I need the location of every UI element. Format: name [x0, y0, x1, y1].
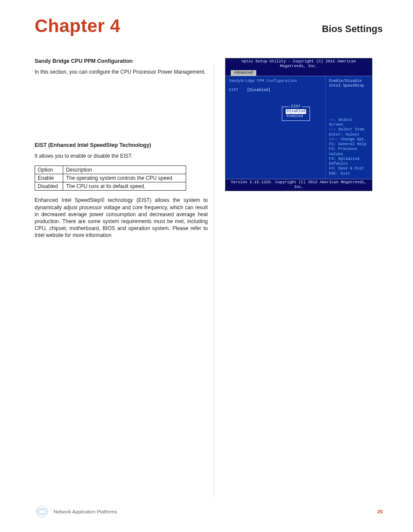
bios-help-line: +/-: Change Opt. [329, 137, 368, 142]
right-column: Aptio Setup Utility – Copyright (C) 2012… [225, 58, 383, 245]
bios-screenshot: Aptio Setup Utility – Copyright (C) 2012… [225, 58, 372, 191]
table-cell: Enable [35, 174, 63, 182]
paragraph-eist-intro: It allows you to enable or disable the E… [35, 152, 208, 159]
bios-help-line: F2: Previous Values [329, 147, 368, 157]
bios-item-label: EIST [229, 88, 239, 93]
globe-logo-icon [35, 504, 49, 519]
heading-eist: EIST (Enhanced Intel SpeedStep Technolog… [35, 142, 208, 148]
bios-help-line: ESC: Exit [329, 172, 368, 176]
table-header-option: Option [35, 166, 63, 174]
bios-help-line: F1: General Help [329, 142, 368, 147]
bios-help-panel: Enable/Disable Intel SpeedStep →←: Selec… [325, 76, 372, 179]
bios-popup-title: EIST [286, 104, 306, 109]
table-row: Option Description [35, 166, 186, 174]
table-cell: Disabled [35, 182, 63, 191]
page-number: 25 [378, 509, 383, 514]
bios-tab-advanced[interactable]: Advanced [231, 70, 256, 76]
bios-help-line: Enter: Select [329, 133, 368, 137]
bios-section-label: Sandybridge PPM Configuration [229, 79, 322, 84]
bios-item-value: [Disabled] [247, 88, 271, 93]
bios-help-line: F3: Optimized Defaults [329, 157, 368, 167]
bios-item-eist[interactable]: EIST [Disabled] [229, 88, 322, 93]
table-cell: The CPU runs at its default speed. [63, 182, 186, 191]
svg-point-2 [39, 509, 45, 515]
bios-title-bar: Aptio Setup Utility – Copyright (C) 2012… [226, 58, 372, 76]
svg-point-1 [38, 507, 46, 516]
footer-text: Network Application Platforms [54, 509, 378, 514]
bios-popup-option-disabled[interactable]: Disabled [286, 109, 306, 114]
svg-point-0 [36, 506, 48, 517]
bios-help-line: F4: Save & Exit [329, 166, 368, 171]
section-title: Bios Settings [322, 23, 383, 35]
table-header-description: Description [63, 166, 186, 174]
bios-popup-option-enabled[interactable]: Enabled [286, 114, 306, 119]
paragraph-ppm-intro: In this section, you can configure the C… [35, 68, 208, 75]
chapter-title: Chapter 4 [35, 16, 120, 36]
bios-help-description: Enable/Disable Intel SpeedStep [329, 79, 368, 118]
paragraph-eist-detail: Enhanced Intel SpeedStep® technology (EI… [35, 197, 208, 239]
table-cell: The operating system controls the CPU sp… [63, 174, 186, 182]
bios-popup-eist: EIST Disabled Enabled [282, 107, 310, 121]
eist-option-table: Option Description Enable The operating … [35, 165, 186, 191]
bios-help-line: →←: Select Screen [329, 118, 368, 128]
table-row: Enable The operating system controls the… [35, 174, 186, 182]
column-divider [214, 65, 214, 497]
bios-help-line: ↑↓: Select Item [329, 127, 368, 132]
bios-main-panel: Sandybridge PPM Configuration EIST [Disa… [226, 76, 325, 179]
table-row: Disabled The CPU runs at its default spe… [35, 182, 186, 191]
left-column: Sandy Bridge CPU PPM Configuration In th… [35, 58, 208, 245]
heading-ppm-config: Sandy Bridge CPU PPM Configuration [35, 58, 208, 64]
bios-title: Aptio Setup Utility – Copyright (C) 2012… [228, 59, 369, 69]
page-footer: Network Application Platforms 25 [35, 504, 383, 519]
bios-footer: Version 2.15.1229. Copyright (C) 2012 Am… [226, 179, 372, 191]
bios-key-help: →←: Select Screen ↑↓: Select Item Enter:… [329, 118, 368, 176]
